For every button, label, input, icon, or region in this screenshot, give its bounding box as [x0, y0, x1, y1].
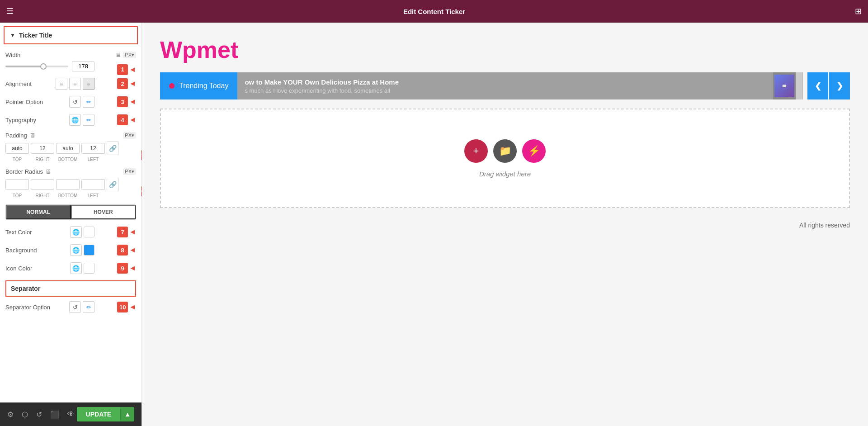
width-slider[interactable]: [5, 66, 68, 67]
padding-unit-label: PX: [125, 133, 132, 138]
arrow-1: ◄: [129, 66, 136, 74]
bottom-icons: ⚙ ⬡ ↺ ⬛ 👁: [7, 410, 75, 419]
ticker-dot: [169, 83, 175, 89]
icon-color-swatch[interactable]: [84, 263, 94, 274]
icon-color-row: Icon Color 🌐: [5, 262, 94, 274]
page-title: Edit Content Ticker: [403, 8, 465, 15]
padding-right-input[interactable]: [31, 143, 54, 154]
align-center-btn[interactable]: ≡: [69, 78, 81, 90]
border-radius-inputs: 🔗: [5, 178, 118, 191]
separator-reset-btn[interactable]: ↺: [69, 301, 81, 313]
pad-left-label: LEFT: [81, 157, 105, 162]
ticker-line1: ow to Make YOUR Own Delicious Pizza at H…: [245, 78, 766, 86]
icon-color-globe-btn[interactable]: 🌐: [70, 262, 82, 274]
badge-3: 3: [117, 96, 128, 107]
width-value-input[interactable]: 178: [72, 61, 94, 71]
history-icon[interactable]: ↺: [36, 410, 42, 419]
tab-normal[interactable]: NORMAL: [6, 205, 71, 219]
typography-edit-btn[interactable]: ✏: [83, 114, 94, 126]
text-color-swatch[interactable]: [84, 227, 94, 237]
pointer-row-wrapper: Pointer Option ↺ ✏ 3 ◄: [5, 96, 136, 108]
drop-zone[interactable]: + 📁 ⚡ Drag widget here: [160, 109, 850, 208]
badge-8: 8: [117, 245, 128, 256]
text-color-wrapper: Text Color 🌐 7 ◄: [5, 226, 136, 238]
padding-label: Padding 🖥: [5, 132, 35, 139]
badge-4: 4: [117, 114, 128, 125]
alignment-row-wrapper: Alignment ≡ ≡ ≡ 2 ◄: [5, 78, 136, 90]
grid-icon[interactable]: ⊞: [855, 6, 862, 16]
add-widget-btn[interactable]: +: [464, 139, 488, 163]
br-link-btn[interactable]: 🔗: [107, 178, 118, 191]
ticker-nav: ❮ ❯: [807, 72, 850, 99]
pointer-reset-btn[interactable]: ↺: [69, 96, 81, 108]
pointer-edit-btn[interactable]: ✏: [83, 96, 94, 108]
text-color-field: 🌐: [70, 226, 94, 238]
bg-color-swatch[interactable]: [84, 245, 94, 256]
padding-label-text: Padding: [5, 132, 27, 139]
text-color-globe-btn[interactable]: 🌐: [70, 226, 82, 238]
align-left-btn[interactable]: ≡: [56, 78, 67, 90]
ticker-title-bar[interactable]: ▼ Ticker Title: [4, 26, 138, 44]
separator-edit-btn[interactable]: ✏: [83, 301, 94, 313]
elementor-btn[interactable]: ⚡: [522, 139, 546, 163]
ticker-bar: Trending Today ow to Make YOUR Own Delic…: [160, 72, 850, 99]
pointer-option-row: Pointer Option ↺ ✏: [5, 96, 94, 108]
separator-option-label: Separator Option: [5, 304, 50, 311]
slider-thumb[interactable]: [40, 63, 47, 70]
padding-link-btn[interactable]: 🔗: [107, 142, 118, 155]
padding-left-input[interactable]: [81, 143, 105, 154]
width-field-row: Width 🖥 PX▾: [5, 52, 136, 58]
separator-option-wrapper: Separator Option ↺ ✏ 10 ◄: [5, 301, 136, 313]
settings-icon[interactable]: ⚙: [7, 410, 14, 419]
padding-inputs-wrapper: 🔗 TOP RIGHT BOTTOM LEFT 5 ◄: [5, 142, 136, 168]
arrow-2: ◄: [129, 80, 136, 88]
monitor-icon: 🖥: [115, 52, 121, 58]
ticker-text-area: ow to Make YOUR Own Delicious Pizza at H…: [237, 72, 773, 99]
padding-bottom-input[interactable]: [56, 143, 80, 154]
br-right-input[interactable]: [31, 179, 54, 190]
padding-unit[interactable]: PX▾: [123, 132, 136, 139]
tab-hover[interactable]: HOVER: [71, 205, 136, 219]
icon-color-field: 🌐: [70, 262, 94, 274]
ticker-line2: s much as I love experimenting with food…: [245, 87, 766, 94]
hamburger-icon[interactable]: ☰: [6, 6, 14, 16]
arrow-8: ◄: [129, 246, 136, 254]
ticker-thumb: 📖: [773, 72, 796, 99]
badge-7: 7: [117, 227, 128, 237]
responsive-icon[interactable]: ⬛: [50, 410, 59, 419]
background-wrapper: Background 🌐 8 ◄: [5, 244, 136, 256]
border-radius-inputs-group: 🔗 TOP RIGHT BOTTOM LEFT: [5, 178, 118, 204]
badge-2: 2: [117, 78, 128, 89]
icon-color-label: Icon Color: [5, 265, 32, 272]
update-button[interactable]: UPDATE: [77, 407, 121, 421]
br-left-input[interactable]: [81, 179, 105, 190]
bg-globe-btn[interactable]: 🌐: [70, 244, 82, 256]
brand-title: Wpmet: [160, 36, 850, 63]
folder-btn[interactable]: 📁: [493, 139, 517, 163]
padding-top-input[interactable]: [5, 143, 29, 154]
ticker-scroll: [796, 72, 803, 99]
update-dropdown-btn[interactable]: ▲: [120, 407, 134, 421]
ticker-label: Trending Today: [160, 72, 237, 99]
br-bottom-input[interactable]: [56, 179, 80, 190]
arrow-4: ◄: [129, 116, 136, 124]
padding-label-row: Padding 🖥 PX▾: [5, 132, 136, 139]
width-unit[interactable]: PX▾: [123, 52, 136, 58]
arrow-3: ◄: [129, 98, 136, 106]
border-radius-label-row: Border Radius 🖥 PX▾: [5, 168, 136, 175]
preview-icon[interactable]: 👁: [67, 410, 75, 418]
ticker-next-btn[interactable]: ❯: [829, 72, 850, 99]
br-monitor-icon: 🖥: [45, 168, 51, 175]
ticker-prev-btn[interactable]: ❮: [807, 72, 828, 99]
width-slider-row: 178: [5, 61, 94, 71]
br-bottom-label: BOTTOM: [56, 193, 80, 198]
align-right-btn[interactable]: ≡: [83, 78, 94, 90]
badge-6: 6: [141, 186, 142, 197]
padding-labels: TOP RIGHT BOTTOM LEFT: [5, 157, 118, 162]
pointer-controls: ↺ ✏: [69, 96, 94, 108]
br-top-input[interactable]: [5, 179, 29, 190]
layers-icon[interactable]: ⬡: [22, 410, 28, 419]
typography-globe-btn[interactable]: 🌐: [69, 114, 81, 126]
badge-9: 9: [117, 263, 128, 274]
border-radius-unit[interactable]: PX▾: [123, 168, 136, 175]
